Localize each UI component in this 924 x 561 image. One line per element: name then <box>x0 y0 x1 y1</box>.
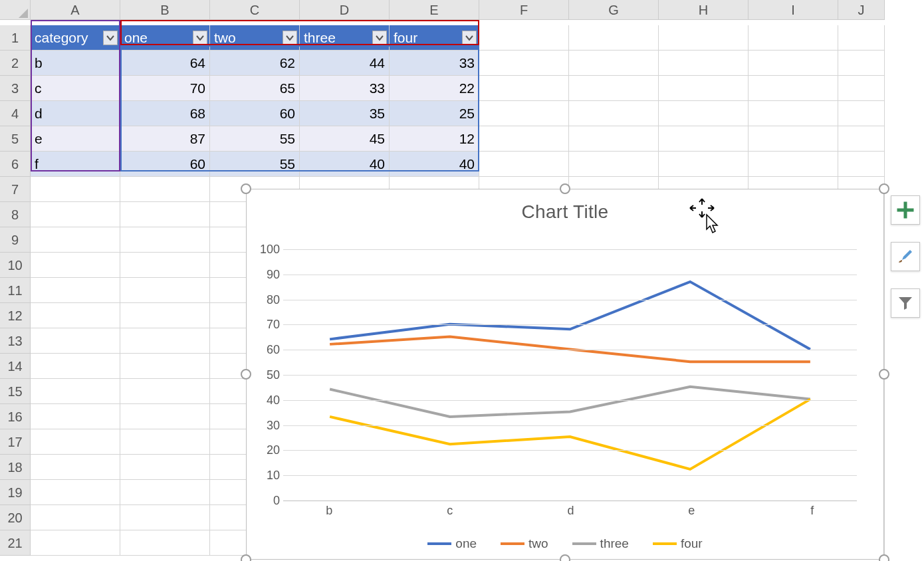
table-cell-value[interactable]: 40 <box>300 152 390 177</box>
row-header[interactable]: 9 <box>0 227 31 253</box>
filter-dropdown-button[interactable] <box>103 31 118 45</box>
cell[interactable] <box>838 101 885 126</box>
chart-resize-handle[interactable] <box>560 554 570 561</box>
table-cell-value[interactable]: 35 <box>300 101 390 126</box>
cell[interactable] <box>120 177 210 202</box>
column-header[interactable]: G <box>569 0 659 20</box>
table-header-cell[interactable]: two <box>210 25 300 51</box>
column-header[interactable]: I <box>749 0 838 20</box>
table-cell-value[interactable]: 40 <box>390 152 479 177</box>
cell[interactable] <box>749 51 838 76</box>
cell[interactable] <box>120 379 210 404</box>
table-cell-value[interactable]: 25 <box>390 101 479 126</box>
cell[interactable] <box>31 202 120 227</box>
cell[interactable] <box>31 328 120 354</box>
row-header[interactable]: 6 <box>0 152 31 177</box>
table-cell-value[interactable]: 64 <box>120 51 210 76</box>
row-header[interactable]: 11 <box>0 278 31 303</box>
cell[interactable] <box>31 278 120 303</box>
chart-object[interactable]: Chart Title 0102030405060708090100bcdef … <box>246 189 884 560</box>
cell[interactable] <box>479 25 569 51</box>
legend-item[interactable]: one <box>427 536 477 551</box>
filter-dropdown-button[interactable] <box>372 31 387 45</box>
cell[interactable] <box>120 505 210 530</box>
table-cell-value[interactable]: 33 <box>300 76 390 101</box>
filter-dropdown-button[interactable] <box>462 31 477 45</box>
table-cell-category[interactable]: b <box>31 51 120 76</box>
table-cell-value[interactable]: 44 <box>300 51 390 76</box>
table-cell-value[interactable]: 87 <box>120 126 210 152</box>
row-header[interactable]: 18 <box>0 455 31 480</box>
column-header[interactable]: A <box>31 0 120 20</box>
cell[interactable] <box>120 253 210 278</box>
legend-item[interactable]: three <box>572 536 629 551</box>
cell[interactable] <box>31 530 120 556</box>
table-cell-value[interactable]: 22 <box>390 76 479 101</box>
cell[interactable] <box>749 25 838 51</box>
column-header[interactable]: B <box>120 0 210 20</box>
chart-resize-handle[interactable] <box>560 183 570 194</box>
cell[interactable] <box>569 76 659 101</box>
chart-resize-handle[interactable] <box>241 369 251 380</box>
cell[interactable] <box>479 152 569 177</box>
row-header[interactable]: 17 <box>0 429 31 455</box>
chart-resize-handle[interactable] <box>879 554 889 561</box>
row-header[interactable]: 20 <box>0 505 31 530</box>
table-header-cell[interactable]: four <box>390 25 479 51</box>
cell[interactable] <box>120 278 210 303</box>
cell[interactable] <box>479 76 569 101</box>
row-header[interactable]: 2 <box>0 51 31 76</box>
cell[interactable] <box>749 152 838 177</box>
table-cell-category[interactable]: d <box>31 101 120 126</box>
cell[interactable] <box>120 455 210 480</box>
cell[interactable] <box>31 253 120 278</box>
row-header[interactable]: 7 <box>0 177 31 202</box>
cell[interactable] <box>120 303 210 328</box>
column-header[interactable]: J <box>838 0 885 20</box>
table-cell-value[interactable]: 68 <box>120 101 210 126</box>
chart-styles-button[interactable] <box>891 242 920 271</box>
row-header[interactable]: 13 <box>0 328 31 354</box>
cell[interactable] <box>659 51 749 76</box>
legend-item[interactable]: two <box>501 536 548 551</box>
cell[interactable] <box>31 379 120 404</box>
cell[interactable] <box>31 177 120 202</box>
filter-dropdown-button[interactable] <box>283 31 297 45</box>
chart-plot-area[interactable]: 0102030405060708090100bcdef <box>283 249 857 499</box>
cell[interactable] <box>31 480 120 505</box>
table-cell-value[interactable]: 45 <box>300 126 390 152</box>
cell[interactable] <box>569 51 659 76</box>
cell[interactable] <box>120 227 210 253</box>
cell[interactable] <box>120 530 210 556</box>
cell[interactable] <box>838 76 885 101</box>
chart-resize-handle[interactable] <box>241 554 251 561</box>
row-header[interactable]: 4 <box>0 101 31 126</box>
chart-title[interactable]: Chart Title <box>247 201 883 223</box>
row-header[interactable]: 12 <box>0 303 31 328</box>
column-header[interactable]: E <box>390 0 479 20</box>
filter-dropdown-button[interactable] <box>193 31 207 45</box>
cell[interactable] <box>120 429 210 455</box>
cell[interactable] <box>659 76 749 101</box>
table-cell-value[interactable]: 60 <box>120 152 210 177</box>
cell[interactable] <box>31 354 120 379</box>
row-header[interactable]: 16 <box>0 404 31 429</box>
cell[interactable] <box>569 25 659 51</box>
table-header-cell[interactable]: three <box>300 25 390 51</box>
cell[interactable] <box>120 328 210 354</box>
cell[interactable] <box>31 404 120 429</box>
cell[interactable] <box>31 227 120 253</box>
table-cell-value[interactable]: 70 <box>120 76 210 101</box>
cell[interactable] <box>659 101 749 126</box>
chart-filters-button[interactable] <box>891 288 920 318</box>
cell[interactable] <box>569 152 659 177</box>
column-header[interactable]: H <box>659 0 749 20</box>
cell[interactable] <box>479 126 569 152</box>
chart-series-line[interactable] <box>330 399 810 469</box>
cell[interactable] <box>120 354 210 379</box>
chart-legend[interactable]: onetwothreefour <box>247 536 883 551</box>
cell[interactable] <box>31 455 120 480</box>
cell[interactable] <box>31 303 120 328</box>
table-header-cell[interactable]: category <box>31 25 120 51</box>
table-cell-category[interactable]: f <box>31 152 120 177</box>
